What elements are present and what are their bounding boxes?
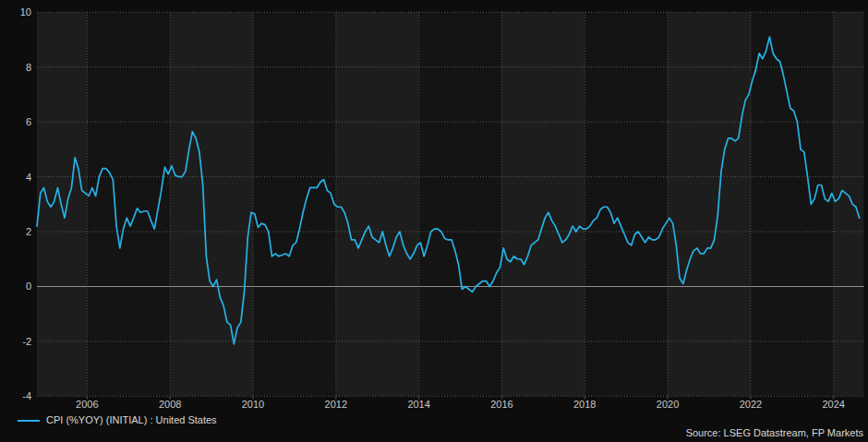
y-axis-labels: 1086420-2-4 [20, 6, 31, 401]
x-tick-label: 2012 [325, 399, 347, 410]
x-tick-label: 2016 [490, 399, 512, 410]
y-tick-label: -4 [22, 390, 31, 401]
y-tick-label: 10 [20, 6, 31, 18]
band-layer [37, 12, 864, 396]
x-tick-label: 2006 [76, 399, 98, 410]
x-tick-label: 2018 [573, 399, 596, 410]
y-tick-label: 6 [26, 116, 31, 127]
y-tick-label: 2 [26, 226, 31, 237]
y-tick-label: -2 [22, 336, 31, 347]
legend-line-sample [18, 420, 40, 422]
x-tick-label: 2008 [159, 399, 181, 410]
x-tick-label: 2024 [822, 399, 844, 410]
y-tick-label: 0 [26, 281, 31, 292]
x-tick-label: 2020 [657, 399, 679, 410]
x-tick-label: 2010 [242, 399, 264, 410]
x-axis-labels: 2006200820102012201420162018202020222024 [76, 399, 845, 410]
cpi-chart: 1086420-2-4 2006200820102012201420162018… [0, 0, 868, 442]
source-attribution: Source: LSEG Datastream, FP Markets [686, 427, 863, 438]
y-tick-label: 4 [26, 172, 31, 183]
chart-window: 1086420-2-4 2006200820102012201420162018… [0, 0, 868, 442]
x-tick-label: 2014 [407, 399, 429, 410]
legend: CPI (%YOY) (INITIAL) : United States [18, 414, 217, 426]
x-tick-label: 2022 [740, 399, 762, 410]
y-tick-label: 8 [26, 62, 31, 73]
legend-label: CPI (%YOY) (INITIAL) : United States [46, 414, 217, 426]
